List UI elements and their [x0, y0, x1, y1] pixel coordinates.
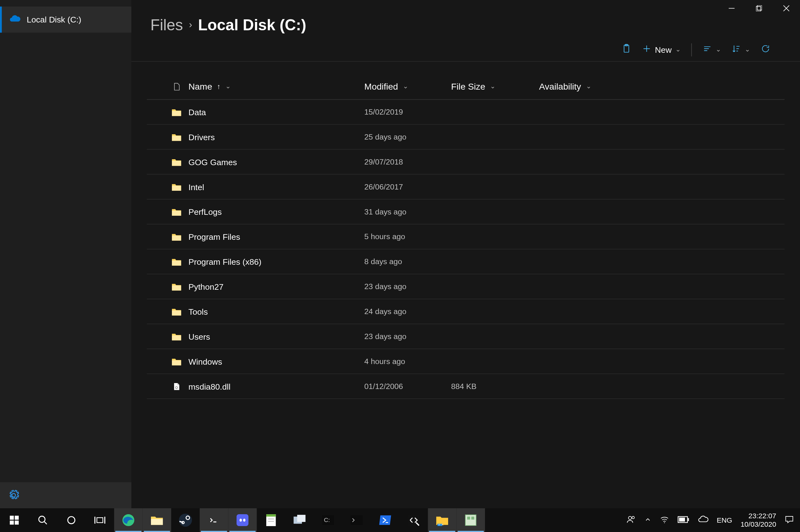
svg-rect-18	[10, 520, 14, 525]
modified-column-header[interactable]: Modified ⌄	[364, 81, 451, 92]
new-button[interactable]: New ⌄	[642, 44, 680, 56]
clock[interactable]: 23:22:07 10/03/2020	[741, 512, 776, 529]
folder-icon	[171, 332, 182, 341]
taskbar-app-powershell[interactable]	[371, 508, 399, 532]
taskbar-app-cmd2[interactable]	[342, 508, 370, 532]
sort-button[interactable]: ⌄	[731, 44, 750, 56]
table-row[interactable]: Intel26/06/2017	[147, 174, 785, 200]
sidebar-tab-local-disk[interactable]: Local Disk (C:)	[0, 6, 131, 33]
file-modified: 8 days ago	[364, 257, 402, 266]
clock-date: 10/03/2020	[741, 520, 776, 529]
taskbar-app-explorer[interactable]	[143, 508, 171, 532]
breadcrumb: Files › Local Disk (C:)	[131, 0, 800, 38]
table-row[interactable]: GOG Games29/07/2018	[147, 150, 785, 174]
taskbar-app-generic[interactable]	[285, 508, 314, 532]
task-view-button[interactable]	[86, 508, 114, 532]
svg-rect-50	[465, 515, 476, 526]
table-row[interactable]: Windows4 hours ago	[147, 349, 785, 374]
folder-icon	[171, 307, 182, 316]
onedrive-tray-icon[interactable]	[698, 514, 708, 526]
table-row[interactable]: Program Files (x86)8 days ago	[147, 249, 785, 274]
plus-icon	[642, 44, 651, 56]
file-name: GOG Games	[188, 157, 237, 166]
taskbar-app-devtools[interactable]	[399, 508, 428, 532]
start-button[interactable]	[0, 508, 29, 532]
maximize-button[interactable]	[745, 0, 772, 17]
file-name: Program Files (x86)	[188, 257, 261, 266]
search-button[interactable]	[29, 508, 57, 532]
svg-point-22	[68, 517, 75, 524]
taskbar-app-edge[interactable]	[114, 508, 143, 532]
svg-rect-25	[104, 517, 105, 524]
svg-rect-32	[208, 515, 220, 525]
folder-icon	[171, 233, 182, 241]
view-button[interactable]: ⌄	[703, 44, 721, 56]
table-header: Name ↑ ⌄ Modified ⌄ File Size ⌄ Availabi…	[147, 74, 785, 100]
gear-icon	[8, 490, 19, 500]
folder-icon	[171, 357, 182, 366]
taskbar-app-sysinfo[interactable]	[457, 508, 485, 532]
svg-rect-27	[151, 519, 163, 525]
taskbar: C: BETA ENG 23:22:07 10/03/2020	[0, 508, 800, 532]
file-modified: 25 days ago	[364, 132, 406, 141]
file-modified: 01/12/2006	[364, 382, 403, 391]
chevron-down-icon: ⌄	[403, 82, 408, 90]
svg-rect-16	[10, 516, 14, 520]
svg-rect-19	[15, 520, 19, 525]
taskbar-app-discord[interactable]	[228, 508, 257, 532]
people-icon[interactable]	[626, 514, 636, 526]
svg-rect-2	[757, 5, 762, 10]
file-name: Drivers	[188, 132, 215, 141]
table-row[interactable]: Data15/02/2019	[147, 100, 785, 125]
taskbar-app-cmd[interactable]: C:	[314, 508, 342, 532]
settings-button[interactable]	[0, 482, 131, 508]
file-modified: 15/02/2019	[364, 108, 403, 116]
name-column-header[interactable]: Name ↑ ⌄	[188, 81, 364, 92]
file-name: Users	[188, 331, 210, 341]
file-size: 884 KB	[451, 382, 476, 391]
svg-rect-23	[94, 517, 95, 524]
icon-column-header[interactable]	[165, 81, 188, 92]
availability-column-header[interactable]: Availability ⌄	[539, 81, 634, 92]
table-row[interactable]: Drivers25 days ago	[147, 125, 785, 150]
table-row[interactable]: Python2723 days ago	[147, 274, 785, 299]
svg-rect-1	[756, 6, 761, 11]
table-row[interactable]: msdia80.dll01/12/2006884 KB	[147, 374, 785, 399]
file-name: Tools	[188, 307, 208, 316]
table-row[interactable]: Users23 days ago	[147, 324, 785, 349]
minimize-button[interactable]	[718, 0, 745, 17]
folder-icon	[171, 208, 182, 216]
table-row[interactable]: Tools24 days ago	[147, 299, 785, 324]
toolbar: New ⌄ ⌄ ⌄	[131, 38, 800, 62]
wifi-icon[interactable]	[660, 514, 669, 526]
chevron-down-icon: ⌄	[490, 82, 495, 90]
sort-icon	[731, 44, 741, 56]
chevron-down-icon: ⌄	[586, 82, 591, 90]
paste-icon[interactable]	[622, 44, 631, 56]
cortana-button[interactable]	[57, 508, 86, 532]
table-row[interactable]: Program Files5 hours ago	[147, 225, 785, 249]
svg-point-54	[632, 516, 634, 518]
language-indicator[interactable]: ENG	[717, 516, 732, 525]
breadcrumb-root[interactable]: Files	[150, 16, 183, 34]
svg-text:C:: C:	[324, 517, 330, 523]
table-row[interactable]: PerfLogs31 days ago	[147, 200, 785, 225]
size-column-header[interactable]: File Size ⌄	[451, 81, 539, 92]
file-name: Python27	[188, 282, 224, 291]
taskbar-app-notepad[interactable]	[257, 508, 285, 532]
taskbar-app-steam[interactable]	[171, 508, 200, 532]
file-modified: 31 days ago	[364, 207, 406, 216]
taskbar-app-files[interactable]: BETA	[428, 508, 456, 532]
file-name: Data	[188, 107, 206, 116]
clock-time: 23:22:07	[741, 512, 776, 520]
action-center-icon[interactable]	[785, 514, 794, 526]
sidebar-tab-label: Local Disk (C:)	[27, 15, 81, 24]
taskbar-app-terminal[interactable]	[200, 508, 228, 532]
refresh-button[interactable]	[761, 44, 770, 56]
file-name: PerfLogs	[188, 207, 222, 216]
chevron-down-icon: ⌄	[745, 45, 750, 53]
file-icon	[172, 381, 181, 392]
tray-chevron-icon[interactable]	[644, 516, 652, 525]
close-button[interactable]	[772, 0, 800, 17]
battery-icon[interactable]	[677, 516, 689, 525]
